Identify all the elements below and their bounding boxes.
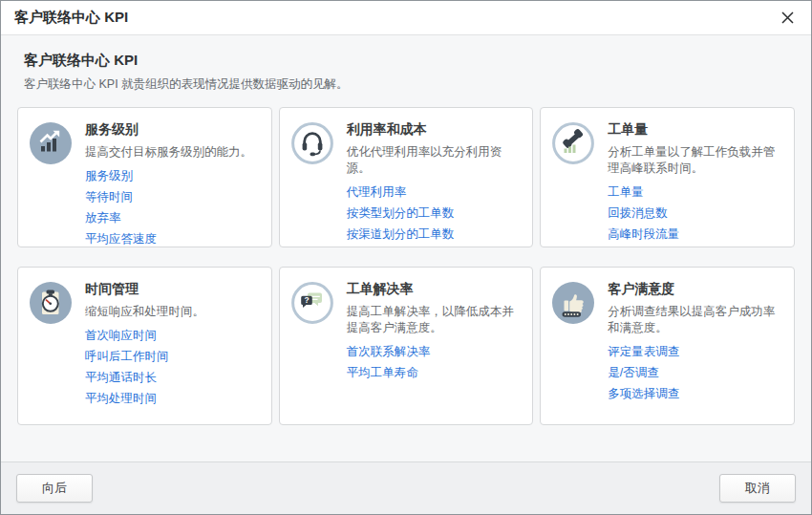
kpi-metric-link[interactable]: 工单量 <box>608 186 782 199</box>
thumbs-up-rating-icon <box>552 282 594 324</box>
page-header: 客户联络中心 KPI 客户联络中心 KPI 就贵组织的表现情况提供数据驱动的见解… <box>1 35 811 93</box>
service-level-chart-icon <box>30 122 72 164</box>
card-description: 分析工单量以了解工作负载并管理高峰联系时间。 <box>608 144 782 177</box>
card-description: 提高工单解决率，以降低成本并提高客户满意度。 <box>347 304 522 336</box>
dialog-content: 客户联络中心 KPI 客户联络中心 KPI 就贵组织的表现情况提供数据驱动的见解… <box>1 35 811 461</box>
card-description: 提高交付目标服务级别的能力。 <box>85 144 260 161</box>
kpi-metric-link[interactable]: 平均处理时间 <box>85 393 260 405</box>
kpi-metric-link[interactable]: 按渠道划分的工单数 <box>347 228 522 241</box>
kpi-card: 工单量 分析工单量以了解工作负载并管理高峰联系时间。 工单量回拨消息数高峰时段流… <box>540 107 795 247</box>
kpi-metric-link[interactable]: 首次响应时间 <box>85 330 260 342</box>
page-subtitle: 客户联络中心 KPI 就贵组织的表现情况提供数据驱动的见解。 <box>24 76 788 93</box>
card-description: 缩短响应和处理时间。 <box>85 304 260 320</box>
chat-resolution-icon: ? <box>291 282 333 324</box>
kpi-metric-link[interactable]: 等待时间 <box>85 191 260 204</box>
kpi-dialog: 客户联络中心 KPI 客户联络中心 KPI 客户联络中心 KPI 就贵组织的表现… <box>0 0 812 515</box>
headset-icon <box>291 122 333 164</box>
card-title: 工单解决率 <box>347 281 522 298</box>
back-button[interactable]: 向后 <box>16 474 93 503</box>
card-links: 代理利用率按类型划分的工单数按渠道划分的工单数每工单成本 <box>347 186 522 247</box>
close-icon[interactable] <box>779 10 796 27</box>
kpi-metric-link[interactable]: 呼叫后工作时间 <box>85 351 260 363</box>
kpi-metric-link[interactable]: 多项选择调查 <box>608 388 782 400</box>
card-description: 优化代理利用率以充分利用资源。 <box>347 144 522 177</box>
kpi-metric-link[interactable]: 代理利用率 <box>347 186 522 199</box>
card-links: 首次响应时间呼叫后工作时间平均通话时长平均处理时间 <box>85 330 260 405</box>
card-links: 工单量回拨消息数高峰时段流量 <box>608 186 782 241</box>
stopwatch-clipboard-icon <box>30 282 72 324</box>
dialog-footer: 向后 取消 <box>1 461 811 514</box>
card-links: 服务级别等待时间放弃率平均应答速度 <box>85 170 260 246</box>
kpi-card: 服务级别 提高交付目标服务级别的能力。 服务级别等待时间放弃率平均应答速度 <box>17 107 272 247</box>
svg-text:?: ? <box>304 295 309 305</box>
card-title: 时间管理 <box>85 281 260 298</box>
kpi-metric-link[interactable]: 放弃率 <box>85 212 260 225</box>
card-title: 服务级别 <box>85 121 260 139</box>
kpi-metric-link[interactable]: 高峰时段流量 <box>608 228 782 241</box>
kpi-card: ? 工单解决率 提高工单解决率，以降低成本并提高客户满意度。 首次联系解决率平均… <box>279 267 534 425</box>
cancel-button[interactable]: 取消 <box>719 474 796 503</box>
card-title: 客户满意度 <box>608 281 782 298</box>
card-title: 利用率和成本 <box>347 121 522 139</box>
card-title: 工单量 <box>608 121 782 139</box>
kpi-metric-link[interactable]: 平均工单寿命 <box>347 367 522 379</box>
phone-volume-icon <box>552 122 594 164</box>
kpi-metric-link[interactable]: 平均应答速度 <box>85 233 260 246</box>
kpi-metric-link[interactable]: 服务级别 <box>85 170 260 182</box>
kpi-card: 客户满意度 分析调查结果以提高客户成功率和满意度。 评定量表调查是/否调查多项选… <box>540 267 795 425</box>
page-title: 客户联络中心 KPI <box>24 52 788 70</box>
kpi-card: 利用率和成本 优化代理利用率以充分利用资源。 代理利用率按类型划分的工单数按渠道… <box>279 107 534 247</box>
card-links: 评定量表调查是/否调查多项选择调查 <box>608 346 782 400</box>
dialog-titlebar: 客户联络中心 KPI <box>1 1 811 35</box>
kpi-card-grid: 服务级别 提高交付目标服务级别的能力。 服务级别等待时间放弃率平均应答速度 利用… <box>1 107 811 425</box>
card-links: 首次联系解决率平均工单寿命 <box>347 346 522 379</box>
kpi-metric-link[interactable]: 是/否调查 <box>608 367 782 379</box>
card-description: 分析调查结果以提高客户成功率和满意度。 <box>608 304 782 336</box>
kpi-metric-link[interactable]: 回拨消息数 <box>608 207 782 220</box>
kpi-metric-link[interactable]: 按类型划分的工单数 <box>347 207 522 220</box>
dialog-title: 客户联络中心 KPI <box>14 9 128 27</box>
kpi-metric-link[interactable]: 平均通话时长 <box>85 372 260 384</box>
kpi-metric-link[interactable]: 评定量表调查 <box>608 346 782 358</box>
kpi-metric-link[interactable]: 首次联系解决率 <box>347 346 522 358</box>
kpi-card: 时间管理 缩短响应和处理时间。 首次响应时间呼叫后工作时间平均通话时长平均处理时… <box>17 267 272 425</box>
